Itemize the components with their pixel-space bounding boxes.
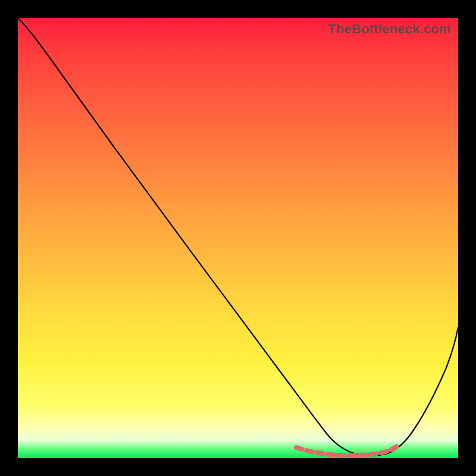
watermark-text: TheBottleneck.com — [328, 21, 451, 37]
chart-plot-area: TheBottleneck.com — [18, 18, 458, 458]
bottleneck-curve-path — [18, 18, 458, 456]
chart-svg — [18, 18, 458, 458]
optimal-range-marker-path — [296, 445, 399, 455]
